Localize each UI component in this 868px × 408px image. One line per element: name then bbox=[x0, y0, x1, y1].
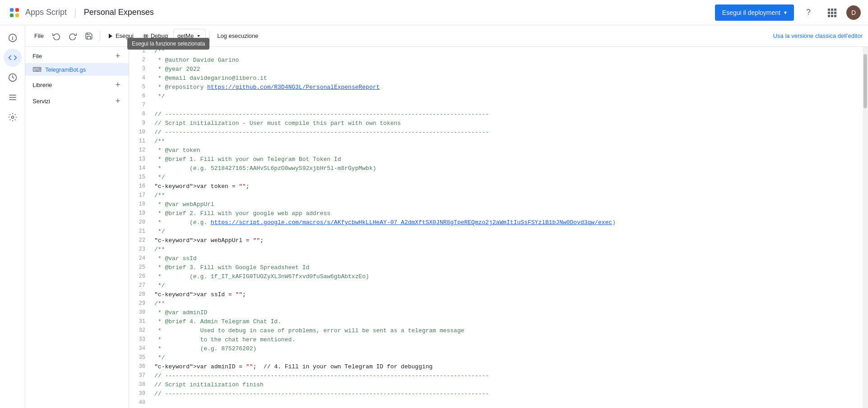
undo-icon bbox=[52, 32, 60, 40]
help-button[interactable]: ? bbox=[799, 4, 817, 22]
sidebar-settings-button[interactable] bbox=[4, 108, 22, 126]
line-code[interactable]: // Script initialization - User must com… bbox=[151, 119, 863, 128]
line-code[interactable]: /** bbox=[151, 47, 863, 56]
line-code[interactable]: // -------------------------------------… bbox=[151, 371, 863, 380]
line-number: 15 bbox=[129, 173, 151, 182]
line-code[interactable]: // Script initialization finish bbox=[151, 380, 863, 390]
function-selector[interactable]: getMe bbox=[173, 29, 206, 43]
topbar: Apps Script | Personal Expenses Esegui i… bbox=[0, 0, 868, 25]
line-code[interactable]: * @brief 2. Fill with your google web ap… bbox=[151, 209, 863, 218]
file-menu-button[interactable]: File bbox=[31, 29, 47, 43]
line-code[interactable]: * @email davidegarino@libero.it bbox=[151, 74, 863, 83]
line-code[interactable]: * @var token bbox=[151, 146, 863, 155]
deploy-button[interactable]: Esegui il deployment ▾ bbox=[715, 5, 794, 21]
line-number: 21 bbox=[129, 227, 151, 236]
editor-content[interactable]: 1 /** 2 * @author Davide Garino 3 * @yea… bbox=[129, 47, 863, 408]
line-code[interactable]: "c-keyword">var webAppUrl = ""; bbox=[151, 236, 863, 245]
line-code[interactable]: /** bbox=[151, 191, 863, 200]
line-code[interactable]: /** bbox=[151, 245, 863, 254]
table-row: 13 * @brief 1. Fill with your own Telegr… bbox=[129, 155, 863, 164]
classic-editor-link[interactable]: Usa la versione classica dell'editor bbox=[773, 32, 863, 39]
line-code[interactable]: * @repository https://github.com/R3D4NG3… bbox=[151, 83, 863, 92]
line-code[interactable]: * (e.g. 875276202) bbox=[151, 344, 863, 353]
files-section-header[interactable]: File + bbox=[25, 47, 129, 63]
line-code[interactable]: */ bbox=[151, 281, 863, 290]
line-code[interactable]: * @brief 1. Fill with your own Telegram … bbox=[151, 155, 863, 164]
line-code[interactable]: * @author Davide Garino bbox=[151, 56, 863, 65]
apps-grid-button[interactable] bbox=[823, 4, 841, 22]
line-code[interactable]: "c-keyword">var adminID = ""; // 4. Fill… bbox=[151, 362, 863, 371]
line-code[interactable]: */ bbox=[151, 173, 863, 182]
undo-button[interactable] bbox=[49, 29, 64, 43]
add-service-button[interactable]: + bbox=[112, 96, 123, 106]
line-code[interactable]: * @brief 4. Admin Telegram Chat Id. bbox=[151, 317, 863, 326]
table-row: 32 * Used to debug in case of problems, … bbox=[129, 326, 863, 335]
table-row: 35 */ bbox=[129, 353, 863, 362]
scrollbar-thumb[interactable] bbox=[863, 54, 867, 108]
file-item-telegrambot[interactable]: ⌨ TelegramBot.gs bbox=[25, 63, 129, 76]
sidebar-triggers-button[interactable] bbox=[4, 69, 22, 87]
line-code[interactable]: * @var webAppUrl bbox=[151, 200, 863, 209]
icon-sidebar bbox=[0, 25, 25, 408]
line-code[interactable]: * (e.g. 1f_IT_kAFIG0TUOZyXL3nW67fxvd0fuS… bbox=[151, 272, 863, 281]
line-code[interactable]: * @var ssId bbox=[151, 254, 863, 263]
svg-rect-10 bbox=[834, 12, 836, 14]
line-code[interactable]: /** bbox=[151, 299, 863, 308]
line-number: 26 bbox=[129, 272, 151, 281]
editor-scrollbar[interactable] bbox=[863, 47, 868, 408]
table-row: 24 * @var ssId bbox=[129, 254, 863, 263]
function-dropdown-icon bbox=[195, 33, 202, 39]
line-code[interactable]: "c-keyword">var ssId = ""; bbox=[151, 290, 863, 299]
table-row: 17 /** bbox=[129, 191, 863, 200]
line-code[interactable]: */ bbox=[151, 227, 863, 236]
line-code[interactable] bbox=[151, 399, 863, 408]
table-row: 5 * @repository https://github.com/R3D4N… bbox=[129, 83, 863, 92]
line-code[interactable]: * (e.g. https://script.google.com/macros… bbox=[151, 218, 863, 227]
libraries-section-header[interactable]: Librerie + bbox=[25, 76, 129, 92]
table-row: 18 * @var webAppUrl bbox=[129, 200, 863, 209]
line-code[interactable]: // -------------------------------------… bbox=[151, 110, 863, 119]
line-code[interactable]: * (e.g. 5218427165:AAHvSL6pzO8wwyS92xjbH… bbox=[151, 164, 863, 173]
line-code[interactable]: // -------------------------------------… bbox=[151, 128, 863, 137]
save-button[interactable] bbox=[82, 29, 96, 43]
line-number: 37 bbox=[129, 371, 151, 380]
apps-grid-icon bbox=[827, 8, 836, 17]
sidebar-info-button[interactable] bbox=[4, 29, 22, 47]
add-library-button[interactable]: + bbox=[112, 79, 123, 90]
app-logo[interactable]: Apps Script bbox=[7, 5, 67, 20]
line-number: 14 bbox=[129, 164, 151, 173]
line-number: 5 bbox=[129, 83, 151, 92]
add-file-button[interactable]: + bbox=[112, 50, 123, 61]
redo-button[interactable] bbox=[65, 29, 80, 43]
run-button[interactable]: Esegui bbox=[104, 29, 137, 43]
user-avatar[interactable]: D bbox=[846, 5, 861, 20]
log-button[interactable]: Log esecuzione bbox=[214, 29, 262, 43]
line-number: 19 bbox=[129, 209, 151, 218]
svg-rect-4 bbox=[15, 14, 19, 17]
line-number: 32 bbox=[129, 326, 151, 335]
table-row: 29 /** bbox=[129, 299, 863, 308]
debug-button[interactable]: Debug bbox=[139, 29, 172, 43]
line-code[interactable]: * @year 2022 bbox=[151, 65, 863, 74]
line-code[interactable]: * @brief 3. Fill with Google Spreadsheet… bbox=[151, 263, 863, 272]
sidebar-executions-button[interactable] bbox=[4, 88, 22, 106]
sidebar-code-button[interactable] bbox=[4, 49, 22, 67]
line-code[interactable] bbox=[151, 101, 863, 110]
services-section-header[interactable]: Servizi + bbox=[25, 92, 129, 108]
line-code[interactable]: * Used to debug in case of problems, err… bbox=[151, 326, 863, 335]
help-icon: ? bbox=[806, 8, 811, 17]
line-code[interactable]: "c-keyword">var token = ""; bbox=[151, 182, 863, 191]
line-code[interactable]: // -------------------------------------… bbox=[151, 390, 863, 399]
svg-point-21 bbox=[11, 116, 14, 119]
project-name-label: Personal Expenses bbox=[84, 8, 154, 17]
svg-point-23 bbox=[144, 35, 147, 37]
deploy-chevron-icon: ▾ bbox=[784, 9, 787, 16]
line-number: 10 bbox=[129, 128, 151, 137]
line-code[interactable]: */ bbox=[151, 353, 863, 362]
line-code[interactable]: /** bbox=[151, 137, 863, 146]
table-row: 33 * to the chat here mentioned. bbox=[129, 335, 863, 344]
table-row: 30 * @var adminID bbox=[129, 308, 863, 317]
line-code[interactable]: * to the chat here mentioned. bbox=[151, 335, 863, 344]
line-code[interactable]: */ bbox=[151, 92, 863, 101]
line-code[interactable]: * @var adminID bbox=[151, 308, 863, 317]
